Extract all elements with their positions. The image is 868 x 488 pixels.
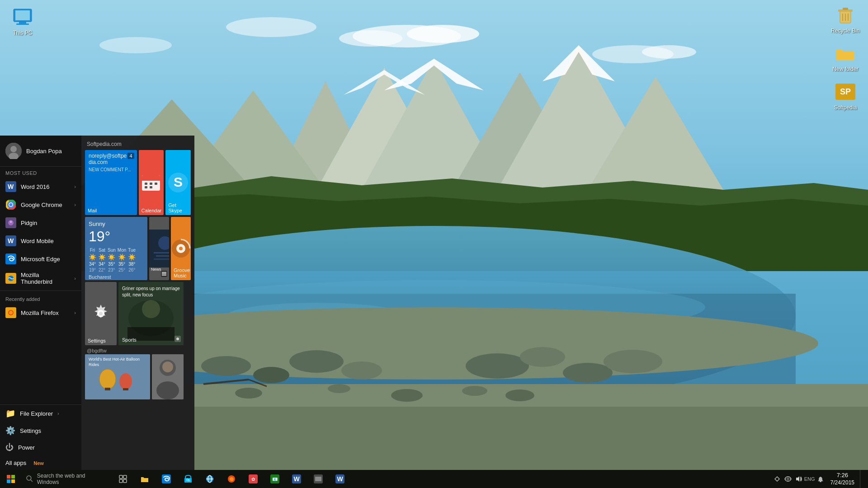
sidebar-item-file-explorer[interactable]: 📁 File Explorer › (0, 405, 81, 422)
tray-network[interactable] (783, 470, 793, 488)
word2-taskbar-icon: W (335, 474, 344, 483)
taskbar-app-9[interactable] (307, 470, 329, 488)
tile-skype[interactable]: S Get Skype (165, 150, 191, 215)
desktop-icon-new-folder[interactable]: New folder (827, 41, 863, 74)
taskbar-word-2[interactable]: W (329, 470, 351, 488)
file-explorer-label: File Explorer (20, 410, 53, 417)
tray-show-hidden[interactable] (773, 470, 782, 488)
user-name: Bogdan Popa (26, 148, 62, 155)
svg-rect-143 (315, 477, 321, 481)
sidebar-item-microsoft-edge[interactable]: Microsoft Edge (0, 250, 81, 268)
svg-rect-124 (119, 475, 123, 479)
taskbar-file-explorer[interactable] (134, 470, 156, 488)
taskbar-firefox[interactable] (221, 470, 242, 488)
taskbar-search[interactable]: Search the web and Windows (22, 470, 112, 488)
tile-sports[interactable]: Griner opens up on marriage split, new f… (118, 282, 184, 345)
recently-added-label: Recently added (0, 293, 81, 304)
svg-point-104 (142, 300, 160, 318)
tray-keyboard[interactable]: ENG (805, 470, 814, 488)
svg-rect-80 (142, 179, 160, 181)
desktop-icon-this-pc-label: This PC (13, 30, 33, 36)
taskbar-app-6[interactable]: ✿ (242, 470, 264, 488)
svg-rect-91 (156, 255, 169, 257)
svg-point-107 (176, 338, 179, 340)
sidebar-item-word-mobile[interactable]: W Word Mobile (0, 232, 81, 250)
start-button[interactable] (0, 470, 22, 488)
desktop-icon-this-pc[interactable]: This PC (5, 5, 41, 38)
tile-settings[interactable]: Settings (85, 282, 117, 345)
word-2016-icon: W (5, 181, 16, 192)
groove-music-icon (171, 238, 191, 259)
tray-volume[interactable] (794, 470, 803, 488)
svg-rect-92 (154, 258, 169, 260)
svg-point-30 (520, 347, 565, 367)
svg-point-67 (9, 203, 13, 206)
svg-point-32 (563, 363, 613, 383)
svg-rect-47 (16, 23, 29, 25)
sports-headline: Griner opens up on marriage split, new f… (122, 286, 180, 298)
thunderbird-arrow: › (74, 276, 76, 281)
edge-label: Microsoft Edge (21, 256, 76, 263)
tile-skype-label: Get Skype (168, 202, 191, 213)
firefox-label: Mozilla Firefox (21, 310, 70, 316)
desktop-icon-recycle-bin[interactable]: Recycle Bin (827, 2, 863, 36)
chrome-arrow: › (74, 202, 76, 207)
sidebar-item-pidgin[interactable]: Pidgin (0, 214, 81, 232)
settings-tile-icon (90, 302, 112, 325)
sports-label: Sports (122, 337, 137, 343)
tile-mail[interactable]: noreply@softpedia.com NEW COMMENT P... M… (85, 150, 137, 215)
tile-weather[interactable]: Sunny 19° Fri ☀️ 34° 19° Sat ☀️ (85, 217, 147, 280)
desktop-icon-recycle-bin-label: Recycle Bin (831, 28, 859, 34)
svg-rect-82 (150, 183, 152, 185)
start-divider (0, 291, 81, 291)
taskbar-ie[interactable] (199, 470, 221, 488)
taskbar-app-7[interactable]: 📧 (264, 470, 286, 488)
edge-taskbar-icon (162, 474, 171, 483)
tile-news[interactable]: News (149, 217, 169, 280)
sidebar-item-all-apps[interactable]: All apps New (0, 456, 81, 470)
weather-temp: 19° (89, 228, 144, 245)
balloon-headline: World's Best Hot-Air Balloon Rides (89, 357, 146, 367)
taskbar-apps: 🛍 ✿ (134, 470, 768, 488)
tile-balloon[interactable]: World's Best Hot-Air Balloon Rides (85, 354, 150, 399)
thunderbird-label: Mozilla Thunderbird (21, 272, 70, 285)
svg-rect-84 (145, 186, 147, 188)
svg-point-39 (391, 389, 423, 402)
task-view-button[interactable] (112, 470, 134, 488)
sidebar-item-mozilla-firefox[interactable]: Mozilla Firefox › (0, 304, 81, 322)
sidebar-item-power[interactable]: ⏻ Power (0, 439, 81, 456)
mail-sender: noreply@softpedia.com (89, 153, 127, 165)
svg-rect-94 (162, 272, 166, 273)
sidebar-item-settings[interactable]: ⚙️ Settings (0, 422, 81, 439)
word-2016-arrow: › (74, 184, 76, 189)
app9-taskbar-icon (314, 474, 323, 483)
svg-rect-150 (820, 481, 821, 482)
svg-rect-113 (123, 388, 128, 390)
tile-calendar[interactable]: Calendar (139, 150, 164, 215)
sidebar-item-mozilla-thunderbird[interactable]: Mozilla Thunderbird › (0, 268, 81, 289)
sidebar-item-word-2016[interactable]: W Word 2016 › (0, 178, 81, 196)
news-image (149, 230, 169, 267)
tile-person[interactable] (152, 354, 184, 399)
svg-rect-85 (150, 186, 152, 188)
taskbar-edge[interactable] (156, 470, 177, 488)
svg-text:✿: ✿ (251, 477, 255, 482)
taskbar-store[interactable]: 🛍 (177, 470, 199, 488)
svg-point-6 (99, 37, 172, 53)
svg-rect-125 (123, 475, 127, 479)
taskbar-word[interactable]: W (286, 470, 307, 488)
svg-point-117 (162, 361, 173, 372)
svg-text:S: S (174, 174, 183, 189)
weather-condition: Sunny (89, 221, 144, 227)
tile-groove[interactable]: Groove Music (171, 217, 191, 280)
tray-show-desktop[interactable] (860, 470, 863, 488)
taskbar-clock[interactable]: 7:26 7/24/2015 (827, 472, 858, 486)
desktop-icon-softpedia[interactable]: SP Softpedia (827, 79, 863, 113)
user-section[interactable]: Bogdan Popa (0, 136, 81, 167)
thunderbird-icon (5, 273, 16, 284)
firefox-icon (5, 307, 16, 318)
svg-text:🛍: 🛍 (186, 478, 190, 482)
start-menu-bottom: 📁 File Explorer › ⚙️ Settings ⏻ Power Al… (0, 404, 81, 470)
tray-notifications[interactable] (816, 470, 825, 488)
sidebar-item-google-chrome[interactable]: Google Chrome › (0, 196, 81, 214)
